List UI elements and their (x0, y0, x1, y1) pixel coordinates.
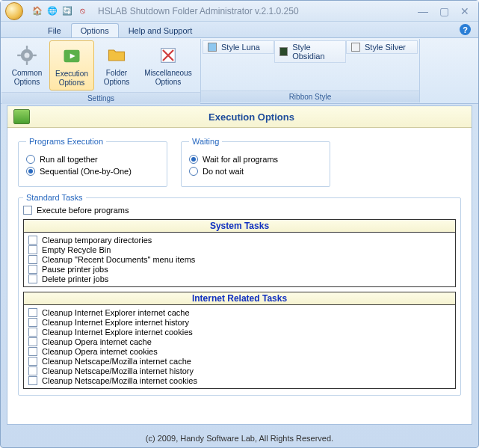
style-list: Style LunaStyle ObsidianStyle Silver (201, 39, 419, 90)
checkbox-icon[interactable] (28, 308, 37, 317)
qat-globe-icon[interactable]: 🌐 (46, 4, 59, 18)
checkbox-icon[interactable] (28, 347, 37, 356)
qat-refresh-icon[interactable]: 🔄 (61, 4, 74, 18)
content-panel: Execution Options Programs Execution Run… (7, 105, 472, 425)
style-item-1[interactable]: Style Obsidian (274, 40, 346, 63)
waiting-option-1[interactable]: Do not wait (189, 167, 322, 176)
programs-legend: Programs Execution (26, 137, 106, 146)
style-swatch-icon (279, 47, 288, 56)
folder-icon (105, 43, 129, 67)
execution-icon (60, 44, 84, 68)
inet-task-2[interactable]: Cleanup Internet Explore internet cookie… (28, 328, 451, 337)
system-task-1[interactable]: Empty Recycle Bin (28, 245, 451, 254)
checkbox-icon[interactable] (28, 255, 37, 264)
checkbox-icon[interactable] (28, 274, 37, 283)
execution-options-button[interactable]: Execution Options (49, 40, 94, 90)
checkbox-icon[interactable] (23, 206, 32, 215)
app-logo-icon (5, 2, 23, 20)
system-task-3[interactable]: Pause printer jobs (28, 265, 451, 274)
panel-title: Execution Options (37, 111, 466, 123)
checkbox-icon[interactable] (28, 245, 37, 254)
programs-option-0[interactable]: Run all together (26, 155, 159, 164)
system-task-0[interactable]: Cleanup temporary directories (28, 236, 451, 245)
task-label: Cleanup Opera internet cache (42, 337, 152, 346)
folder-options-label: Folder Options (104, 69, 129, 86)
style-item-0[interactable]: Style Luna (203, 40, 274, 54)
internet-tasks-box: Cleanup Internet Explorer internet cache… (23, 305, 456, 389)
task-label: Cleanup Internet Explore internet histor… (42, 318, 189, 327)
qat-home-icon[interactable]: 🏠 (31, 4, 44, 18)
tab-help[interactable]: Help and Support (119, 23, 203, 37)
panel-icon (13, 109, 30, 124)
execution-options-label: Execution Options (55, 70, 88, 87)
internet-tasks-title: Internet Related Tasks (23, 292, 456, 305)
task-label: Cleanup Internet Explore internet cookie… (42, 328, 193, 337)
tab-file[interactable]: File (38, 23, 71, 37)
execute-before-row[interactable]: Execute before programs (23, 206, 456, 215)
task-label: Empty Recycle Bin (42, 245, 111, 254)
inet-task-4[interactable]: Cleanup Opera internet cookies (28, 347, 451, 356)
checkbox-icon[interactable] (28, 366, 37, 375)
standard-tasks-legend: Standard Tasks (23, 193, 86, 202)
system-tasks-title: System Tasks (23, 219, 456, 233)
inet-task-1[interactable]: Cleanup Internet Explore internet histor… (28, 318, 451, 327)
misc-options-label: Miscellaneous Options (144, 69, 191, 86)
style-item-label: Style Luna (221, 43, 260, 52)
titlebar: 🏠 🌐 🔄 ⦸ HSLAB Shutdown Folder Administra… (1, 1, 478, 22)
maximize-button[interactable]: ▢ (438, 5, 450, 17)
inet-task-3[interactable]: Cleanup Opera internet cache (28, 337, 451, 346)
task-label: Cleanup Netscape/Mozilla internet cookie… (42, 376, 197, 385)
menu-tabs: File Options Help and Support ? (1, 22, 478, 38)
standard-tasks-area: Standard Tasks Execute before programs S… (18, 193, 461, 396)
radio-label: Run all together (40, 155, 98, 164)
standard-tasks-group: Standard Tasks Execute before programs S… (18, 193, 461, 396)
inet-task-0[interactable]: Cleanup Internet Explorer internet cache (28, 308, 451, 317)
waiting-option-0[interactable]: Wait for all programs (189, 155, 322, 164)
inet-task-6[interactable]: Cleanup Netscape/Mozilla internet histor… (28, 366, 451, 375)
system-task-4[interactable]: Delete printer jobs (28, 274, 451, 283)
style-group-label: Ribbon Style (201, 90, 419, 102)
task-label: Delete printer jobs (42, 274, 108, 283)
inet-task-5[interactable]: Cleanup Netscape/Mozilla internet cache (28, 357, 451, 366)
waiting-group: Waiting Wait for all programsDo not wait (181, 137, 330, 187)
checkbox-icon[interactable] (28, 376, 37, 385)
programs-option-1[interactable]: Sequential (One-by-One) (26, 167, 159, 176)
task-label: Cleanup Netscape/Mozilla internet cache (42, 357, 191, 366)
style-item-2[interactable]: Style Silver (346, 40, 418, 54)
style-item-label: Style Silver (365, 43, 406, 52)
misc-options-button[interactable]: Miscellaneous Options (139, 40, 197, 89)
tab-options[interactable]: Options (71, 23, 119, 37)
radio-icon[interactable] (26, 167, 35, 176)
checkbox-icon[interactable] (28, 328, 37, 337)
checkbox-icon[interactable] (28, 318, 37, 327)
svg-rect-4 (17, 55, 21, 56)
gear-icon (15, 43, 39, 67)
system-task-2[interactable]: Cleanup "Recent Documents" menu items (28, 255, 451, 264)
task-label: Cleanup temporary directories (42, 236, 152, 245)
panel-header: Execution Options (7, 106, 472, 128)
svg-rect-2 (26, 46, 28, 49)
option-groups-row: Programs Execution Run all togetherSeque… (7, 128, 472, 193)
radio-icon[interactable] (26, 155, 35, 164)
settings-buttons: Common Options Execution Options Folder … (1, 39, 200, 92)
checkbox-icon[interactable] (28, 265, 37, 274)
common-options-label: Common Options (12, 69, 43, 86)
checkbox-icon[interactable] (28, 357, 37, 366)
help-icon[interactable]: ? (460, 24, 471, 35)
radio-icon[interactable] (189, 155, 198, 164)
qat-cancel-icon[interactable]: ⦸ (75, 4, 89, 18)
inet-task-7[interactable]: Cleanup Netscape/Mozilla internet cookie… (28, 376, 451, 385)
window-controls: — ▢ ✕ (417, 5, 474, 17)
radio-label: Sequential (One-by-One) (40, 167, 132, 176)
quick-access-toolbar: 🏠 🌐 🔄 ⦸ (31, 4, 89, 18)
radio-label: Wait for all programs (203, 155, 278, 164)
radio-icon[interactable] (189, 167, 198, 176)
close-button[interactable]: ✕ (459, 5, 471, 17)
common-options-button[interactable]: Common Options (4, 40, 49, 89)
checkbox-icon[interactable] (28, 236, 37, 245)
checkbox-icon[interactable] (28, 337, 37, 346)
footer-text: (c) 2009, Handy Software Lab, All Rights… (1, 434, 478, 443)
task-label: Cleanup Internet Explorer internet cache (42, 308, 190, 317)
folder-options-button[interactable]: Folder Options (94, 40, 139, 89)
minimize-button[interactable]: — (417, 5, 429, 17)
